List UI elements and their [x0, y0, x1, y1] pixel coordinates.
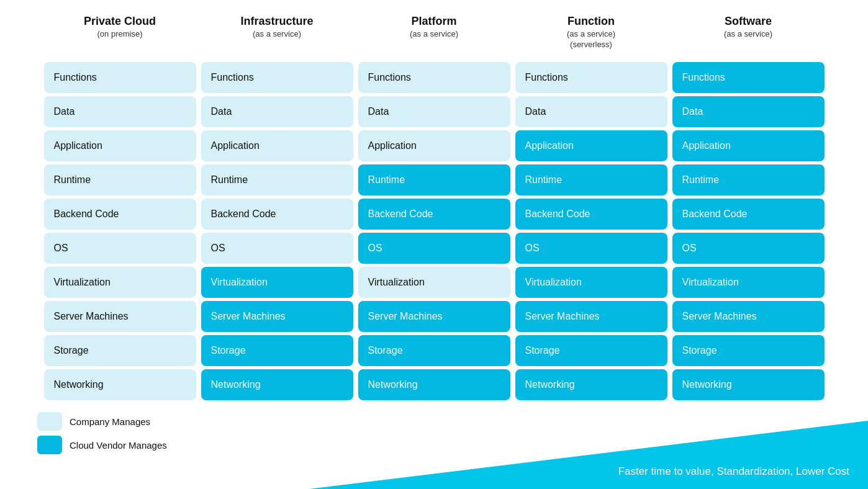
col-title-private-cloud: Private Cloud — [84, 15, 156, 28]
cell-private-cloud-3: Runtime — [44, 164, 196, 195]
cell-private-cloud-0: Functions — [44, 62, 196, 93]
col-title-platform: Platform — [411, 15, 456, 28]
cell-infrastructure-9: Networking — [201, 369, 353, 400]
cell-function-4: Backend Code — [515, 199, 667, 230]
cell-platform-9: Networking — [358, 369, 510, 400]
col-subtitle1-platform: (as a service) — [410, 29, 458, 38]
cell-private-cloud-5: OS — [44, 233, 196, 264]
col-subtitle1-private-cloud: (on premise) — [97, 29, 143, 38]
cell-infrastructure-6: Virtualization — [201, 267, 353, 298]
cell-private-cloud-8: Storage — [44, 335, 196, 366]
column-infrastructure: Infrastructure(as a service)FunctionsDat… — [201, 12, 353, 403]
cell-platform-4: Backend Code — [358, 199, 510, 230]
cell-software-2: Application — [672, 130, 825, 161]
cell-function-9: Networking — [515, 369, 667, 400]
column-function: Function(as a service)(serverless)Functi… — [515, 12, 667, 403]
cell-platform-3: Runtime — [358, 164, 510, 195]
cell-infrastructure-7: Server Machines — [201, 301, 353, 332]
cell-infrastructure-2: Application — [201, 130, 353, 161]
cell-platform-5: OS — [358, 233, 510, 264]
col-title-infrastructure: Infrastructure — [240, 15, 313, 28]
cell-infrastructure-8: Storage — [201, 335, 353, 366]
col-header-software: Software(as a service) — [672, 12, 825, 56]
column-private-cloud: Private Cloud(on premise)FunctionsDataAp… — [44, 12, 196, 403]
cell-software-8: Storage — [672, 335, 825, 366]
main-container: Private Cloud(on premise)FunctionsDataAp… — [0, 0, 868, 460]
cell-platform-0: Functions — [358, 62, 510, 93]
cell-software-5: OS — [672, 233, 825, 264]
cell-function-0: Functions — [515, 62, 667, 93]
cell-function-2: Application — [515, 130, 667, 161]
col-subtitle2-function: (serverless) — [570, 40, 612, 49]
cell-platform-7: Server Machines — [358, 301, 510, 332]
cell-software-7: Server Machines — [672, 301, 825, 332]
col-subtitle1-software: (as a service) — [724, 29, 772, 38]
cell-function-8: Storage — [515, 335, 667, 366]
column-platform: Platform(as a service)FunctionsDataAppli… — [358, 12, 510, 403]
triangle-shape — [309, 421, 868, 489]
cell-software-4: Backend Code — [672, 199, 825, 230]
col-title-function: Function — [567, 15, 615, 28]
cell-function-6: Virtualization — [515, 267, 667, 298]
cell-platform-2: Application — [358, 130, 510, 161]
cell-function-3: Runtime — [515, 164, 667, 195]
cell-private-cloud-4: Backend Code — [44, 199, 196, 230]
cell-function-5: OS — [515, 233, 667, 264]
cell-software-6: Virtualization — [672, 267, 825, 298]
col-header-infrastructure: Infrastructure(as a service) — [201, 12, 353, 56]
column-software: Software(as a service)FunctionsDataAppli… — [672, 12, 825, 403]
col-subtitle1-function: (as a service) — [567, 29, 615, 38]
cell-private-cloud-7: Server Machines — [44, 301, 196, 332]
cell-private-cloud-1: Data — [44, 96, 196, 127]
cell-infrastructure-3: Runtime — [201, 164, 353, 195]
cell-software-3: Runtime — [672, 164, 825, 195]
bottom-banner: Faster time to value, Standardization, L… — [0, 421, 868, 489]
cell-private-cloud-2: Application — [44, 130, 196, 161]
cell-infrastructure-1: Data — [201, 96, 353, 127]
cell-private-cloud-9: Networking — [44, 369, 196, 400]
col-header-function: Function(as a service)(serverless) — [515, 12, 667, 56]
cell-software-1: Data — [672, 96, 825, 127]
cell-platform-8: Storage — [358, 335, 510, 366]
col-header-private-cloud: Private Cloud(on premise) — [44, 12, 196, 56]
cell-infrastructure-0: Functions — [201, 62, 353, 93]
cell-private-cloud-6: Virtualization — [44, 267, 196, 298]
cell-software-0: Functions — [672, 62, 825, 93]
cell-infrastructure-4: Backend Code — [201, 199, 353, 230]
cell-function-1: Data — [515, 96, 667, 127]
cell-platform-6: Virtualization — [358, 267, 510, 298]
col-subtitle1-infrastructure: (as a service) — [253, 29, 301, 38]
banner-text: Faster time to value, Standardization, L… — [618, 465, 849, 478]
cell-infrastructure-5: OS — [201, 233, 353, 264]
cell-platform-1: Data — [358, 96, 510, 127]
col-header-platform: Platform(as a service) — [358, 12, 510, 56]
cell-function-7: Server Machines — [515, 301, 667, 332]
col-title-software: Software — [725, 15, 772, 28]
cell-software-9: Networking — [672, 369, 825, 400]
columns-wrapper: Private Cloud(on premise)FunctionsDataAp… — [19, 12, 849, 403]
